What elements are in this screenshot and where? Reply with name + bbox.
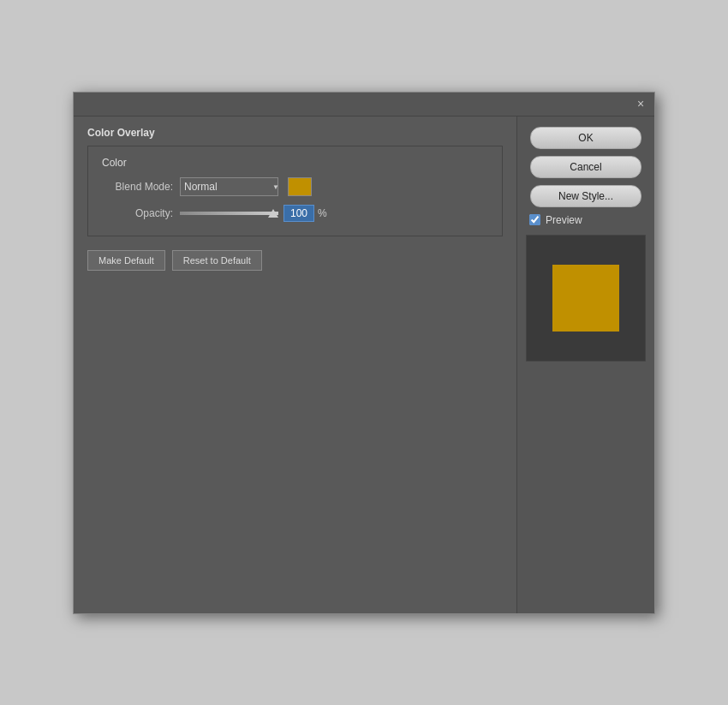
section-title: Color Overlay [87, 127, 503, 139]
cancel-button[interactable]: Cancel [530, 156, 641, 178]
opacity-slider[interactable] [180, 212, 278, 215]
subsection-title: Color [100, 157, 490, 169]
left-panel: Color Overlay Color Blend Mode: Normal D… [74, 117, 517, 613]
new-style-button[interactable]: New Style... [530, 185, 641, 207]
preview-canvas [526, 235, 646, 361]
preview-square [552, 265, 619, 332]
make-default-button[interactable]: Make Default [87, 250, 165, 271]
opacity-value-input[interactable] [283, 205, 314, 222]
buttons-row: Make Default Reset to Default [87, 250, 503, 271]
opacity-label: Opacity: [100, 207, 173, 219]
close-button[interactable]: × [634, 97, 647, 111]
reset-to-default-button[interactable]: Reset to Default [172, 250, 262, 271]
blend-mode-select[interactable]: Normal Dissolve Darken Multiply Screen O… [180, 177, 278, 196]
ok-button[interactable]: OK [530, 127, 641, 149]
blend-mode-row: Blend Mode: Normal Dissolve Darken Multi… [100, 177, 490, 196]
title-bar: × [74, 93, 654, 117]
opacity-row: Opacity: % [100, 205, 490, 222]
preview-label: Preview [546, 214, 582, 226]
color-swatch[interactable] [288, 177, 312, 196]
dialog: × Color Overlay Color Blend Mode: Normal… [73, 92, 655, 614]
dialog-body: Color Overlay Color Blend Mode: Normal D… [74, 117, 654, 613]
preview-row: Preview [529, 214, 582, 226]
blend-mode-select-wrapper: Normal Dissolve Darken Multiply Screen O… [180, 177, 283, 196]
color-overlay-box: Color Blend Mode: Normal Dissolve Darken… [87, 146, 503, 236]
blend-mode-label: Blend Mode: [100, 181, 173, 193]
percent-label: % [318, 207, 327, 219]
preview-checkbox[interactable] [529, 214, 540, 225]
right-panel: OK Cancel New Style... Preview [517, 117, 654, 613]
opacity-slider-container [180, 205, 278, 222]
